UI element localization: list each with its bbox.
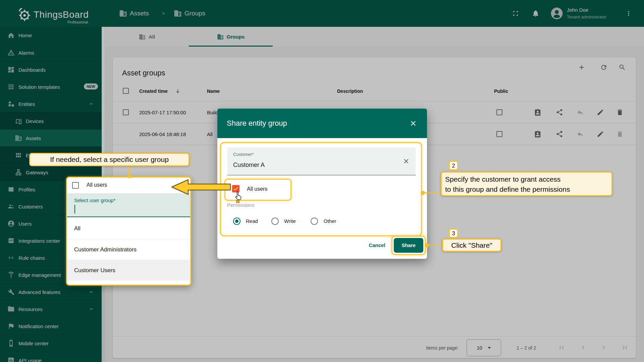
option-label: Customer Users bbox=[74, 267, 115, 274]
all-users-label: All users bbox=[247, 185, 267, 193]
radio-write-label[interactable]: Write bbox=[284, 218, 296, 225]
option-customer-administrators[interactable]: Customer Administrators bbox=[67, 239, 190, 260]
annotation-connector bbox=[429, 245, 442, 246]
radio-other-label[interactable]: Other bbox=[324, 218, 336, 225]
all-users-checkbox[interactable] bbox=[72, 182, 79, 189]
customer-field[interactable]: Customer* Customer A bbox=[227, 147, 416, 175]
annotation-connector bbox=[425, 192, 440, 193]
clear-icon[interactable] bbox=[402, 158, 410, 165]
close-icon[interactable] bbox=[409, 119, 417, 127]
annotation-line: Specify the customer to grant access bbox=[445, 174, 608, 184]
share-entity-group-dialog: Share entity group Customer* Customer A … bbox=[217, 109, 427, 259]
radio-read-label[interactable]: Read bbox=[246, 218, 258, 225]
text-caret bbox=[74, 205, 75, 214]
annotation-step2: Specify the customer to grant access to … bbox=[441, 172, 612, 196]
connector-dot bbox=[425, 243, 429, 247]
customer-field-value: Customer A bbox=[233, 162, 265, 169]
annotation-step1: If needed, select a specific user group bbox=[29, 153, 190, 166]
hand-cursor-icon bbox=[234, 191, 243, 203]
radio-read[interactable] bbox=[233, 218, 240, 225]
annotation-connector bbox=[129, 166, 130, 176]
option-customer-users[interactable]: Customer Users bbox=[67, 260, 190, 281]
pointer-arrow bbox=[169, 179, 232, 195]
option-label: All bbox=[74, 225, 80, 232]
annotation-line: to this group and define the permissions bbox=[445, 184, 608, 194]
all-users-label: All users bbox=[87, 182, 107, 188]
connector-dot bbox=[421, 191, 425, 195]
share-button[interactable]: Share bbox=[394, 238, 423, 253]
radio-write[interactable] bbox=[271, 218, 279, 225]
option-all[interactable]: All bbox=[67, 218, 190, 239]
annotation-step3-number: 3 bbox=[449, 229, 458, 238]
cancel-button[interactable]: Cancel bbox=[365, 241, 389, 250]
thingsboard-app: ThingsBoard Professional Assets > Groups… bbox=[0, 0, 644, 362]
annotation-step3: Click "Share" bbox=[442, 239, 501, 252]
customer-field-label: Customer* bbox=[233, 152, 254, 157]
radio-other[interactable] bbox=[311, 218, 318, 225]
select-user-group-field[interactable]: Select user group* bbox=[67, 194, 190, 217]
annotation-step2-number: 2 bbox=[449, 161, 458, 170]
option-label: Customer Administrators bbox=[74, 246, 137, 253]
connector-dot bbox=[128, 175, 131, 178]
dialog-header: Share entity group bbox=[217, 109, 427, 138]
dialog-title: Share entity group bbox=[227, 119, 287, 128]
select-user-group-label: Select user group* bbox=[74, 197, 115, 203]
share-button-highlight: Share bbox=[391, 236, 426, 255]
